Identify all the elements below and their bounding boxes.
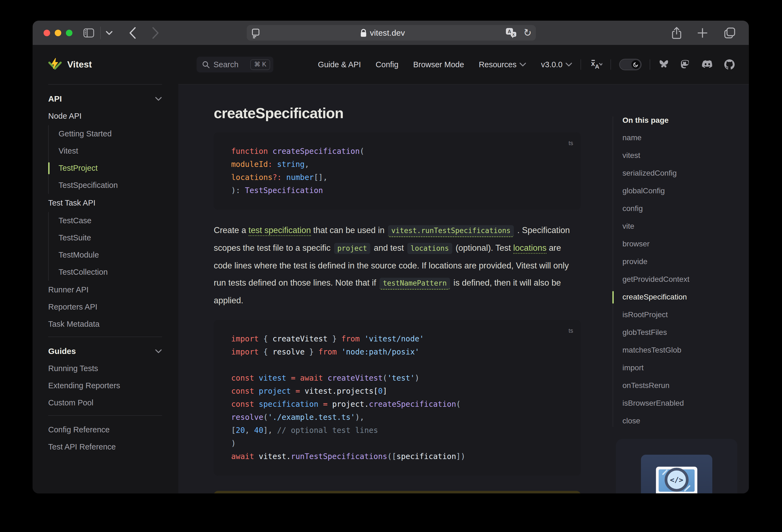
code-line: const project = vitest.projects[0] [231, 385, 568, 398]
warning-callout: WARNING createSpecification expects reso… [214, 491, 581, 493]
forward-icon[interactable] [152, 27, 159, 39]
browser-window: vitest.dev A x ↻ [33, 21, 749, 493]
code-line: [20, 40], // optional test lines [231, 424, 568, 437]
discord-icon[interactable] [701, 60, 713, 69]
tab-overview-icon[interactable] [724, 27, 736, 39]
bluesky-icon[interactable] [659, 60, 669, 69]
sidebar-group-api[interactable]: API [48, 90, 162, 108]
inline-link[interactable]: locations [513, 243, 546, 254]
outline-item-vite[interactable]: vite [623, 217, 749, 235]
sidebar-item-runner-api[interactable]: Runner API [48, 281, 162, 298]
share-icon[interactable] [672, 27, 681, 39]
outline-item-matchestestglob[interactable]: matchesTestGlob [623, 341, 749, 359]
reload-icon[interactable]: ↻ [522, 26, 533, 39]
sidebar-item-vitest[interactable]: Vitest [59, 142, 162, 159]
svg-text:A: A [507, 29, 511, 34]
code-line: ) [231, 437, 568, 450]
reader-icon[interactable] [252, 28, 260, 38]
sidebar-group-label: Guides [48, 347, 76, 356]
back-icon[interactable] [129, 27, 136, 39]
code-lang-badge: ts [569, 137, 573, 150]
inline-code: locations [407, 243, 452, 254]
new-tab-icon[interactable] [697, 28, 708, 38]
outline-item-isbrowserenabled[interactable]: isBrowserEnabled [623, 394, 749, 412]
search-placeholder: Search [213, 60, 239, 69]
zoom-window-button[interactable] [66, 30, 72, 36]
sidebar-item-running-tests[interactable]: Running Tests [48, 360, 162, 377]
minimize-window-button[interactable] [55, 30, 61, 36]
sidebar-item-extending-reporters[interactable]: Extending Reporters [48, 377, 162, 394]
search-input[interactable]: Search ⌘ K [197, 57, 273, 72]
docs-sidebar: Vitest APINode APIGetting StartedVitestT… [33, 45, 178, 493]
nav-link-config[interactable]: Config [376, 60, 399, 69]
outline-item-import[interactable]: import [623, 359, 749, 377]
sidebar-chevron-down-icon[interactable] [106, 31, 113, 35]
sidebar-item-testproject[interactable]: TestProject [59, 159, 162, 177]
sidebar-item-test-task-api[interactable]: Test Task API [48, 194, 162, 212]
sidebar-item-getting started[interactable]: Getting Started [59, 125, 162, 142]
sidebar-toggle-icon[interactable] [83, 28, 94, 38]
sidebar-item-config-reference[interactable]: Config Reference [48, 421, 162, 438]
inline-link[interactable]: vitest.runTestSpecifications [388, 225, 514, 237]
translate-page-icon[interactable]: A x [505, 28, 517, 38]
inline-link[interactable]: testNamePattern [380, 278, 450, 290]
page-title: createSpecification [214, 105, 581, 121]
sidebar-item-task-metadata[interactable]: Task Metadata [48, 316, 162, 333]
sidebar-item-custom-pool[interactable]: Custom Pool [48, 394, 162, 412]
close-window-button[interactable] [43, 30, 50, 36]
sidebar-group-guides[interactable]: Guides [48, 343, 162, 360]
nav-link-browser-mode[interactable]: Browser Mode [413, 60, 464, 69]
browser-titlebar: vitest.dev A x ↻ [33, 21, 749, 45]
sidebar-item-testspecification[interactable]: TestSpecification [59, 177, 162, 194]
doc-content: createSpecification ts function createSp… [178, 84, 749, 493]
outline-item-serializedconfig[interactable]: serializedConfig [623, 164, 749, 182]
outline-item-name[interactable]: name [623, 129, 749, 146]
nav-link-v3-0-0[interactable]: v3.0.0 [541, 60, 572, 69]
outline-item-config[interactable]: config [623, 200, 749, 217]
sidebar-item-testsuite[interactable]: TestSuite [59, 229, 162, 246]
sidebar-item-node-api[interactable]: Node API [48, 108, 162, 125]
search-icon [202, 61, 210, 68]
navbar-divider [580, 59, 581, 70]
code-lang-badge: ts [569, 324, 573, 337]
nav-link-resources[interactable]: Resources [479, 60, 526, 69]
inline-link[interactable]: test specification [249, 225, 311, 236]
outline-item-isrootproject[interactable]: isRootProject [623, 306, 749, 323]
sidebar-item-reporters-api[interactable]: Reporters API [48, 298, 162, 316]
sidebar-item-testcase[interactable]: TestCase [59, 212, 162, 229]
nav-link-guide-api[interactable]: Guide & API [318, 60, 361, 69]
code-line: moduleId: string, [231, 158, 568, 171]
outline-title: On this page [623, 112, 749, 129]
code-line: locations?: number[], [231, 171, 568, 184]
outline-item-createspecification[interactable]: createSpecification [623, 288, 749, 306]
outline-item-provide[interactable]: provide [623, 253, 749, 270]
outline-item-getprovidedcontext[interactable]: getProvidedContext [623, 270, 749, 288]
theme-toggle[interactable] [619, 59, 641, 70]
sidebar-item-testmodule[interactable]: TestModule [59, 246, 162, 263]
active-item-marker [48, 162, 49, 174]
outline-item-ontestsrerun[interactable]: onTestsRerun [623, 377, 749, 394]
nav-link-label: Guide & API [318, 60, 361, 69]
sidebar-item-testcollection[interactable]: TestCollection [59, 263, 162, 281]
outline-item-globalconfig[interactable]: globalConfig [623, 182, 749, 200]
language-icon[interactable]: x A [589, 59, 602, 70]
outline-item-browser[interactable]: browser [623, 235, 749, 253]
doc-paragraph: Create a test specification that can be … [214, 222, 581, 309]
sponsor-ad[interactable]: </> [616, 439, 737, 493]
url-display[interactable]: vitest.dev [260, 28, 505, 38]
github-icon[interactable] [724, 59, 735, 70]
outline-item-globtestfiles[interactable]: globTestFiles [623, 323, 749, 341]
outline-item-vitest[interactable]: vitest [623, 146, 749, 164]
code-line: ): TestSpecification [231, 184, 568, 197]
code-line [231, 359, 568, 371]
code-line: import { resolve } from 'node:path/posix… [231, 346, 568, 359]
mastodon-icon[interactable] [680, 59, 690, 70]
sidebar-item-test-api-reference[interactable]: Test API Reference [48, 438, 162, 456]
traffic-lights [43, 30, 72, 36]
code-block-signature: ts function createSpecification( moduleI… [214, 132, 581, 210]
site-logo[interactable]: Vitest [48, 45, 162, 84]
code-line: const vitest = await createVitest('test'… [231, 371, 568, 385]
inline-code: project [334, 243, 370, 254]
address-bar[interactable]: vitest.dev A x ↻ [247, 25, 536, 41]
outline-item-close[interactable]: close [623, 412, 749, 430]
